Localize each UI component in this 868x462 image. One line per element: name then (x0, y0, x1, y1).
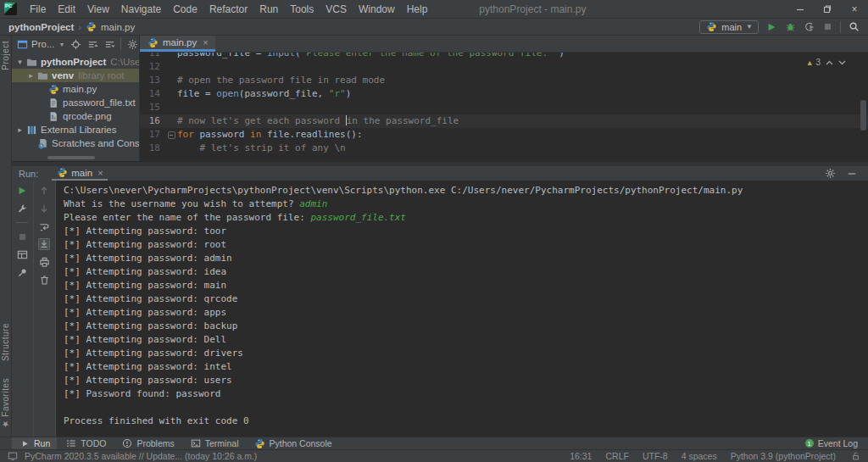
menu-file[interactable]: File (24, 0, 52, 18)
menu-tools[interactable]: Tools (284, 0, 320, 18)
search-icon[interactable] (848, 21, 860, 33)
gear-icon[interactable] (126, 38, 138, 50)
sidebar-item-structure[interactable]: Structure (1, 323, 10, 361)
status-item-4-spaces[interactable]: 4 spaces (682, 451, 717, 461)
pin-icon[interactable] (16, 266, 28, 278)
sidebar-item-project[interactable]: Project (1, 41, 10, 70)
next-warning-icon[interactable] (838, 60, 846, 65)
softwrap-icon[interactable] (38, 220, 50, 232)
toolwindow-tab-terminal[interactable]: Terminal (183, 437, 246, 449)
menu-window[interactable]: Window (353, 0, 401, 18)
menu-edit[interactable]: Edit (52, 0, 81, 18)
line-number: 12 (140, 60, 165, 74)
toolwindow-tab-label: Terminal (205, 438, 239, 448)
chevron-right-icon[interactable]: ▸ (25, 71, 36, 80)
minimize-icon[interactable] (787, 0, 814, 18)
target-icon[interactable] (70, 38, 81, 50)
lock-icon[interactable] (849, 450, 861, 462)
monitor-icon[interactable] (7, 450, 19, 462)
toolwindow-tab-run[interactable]: Run (12, 437, 57, 449)
menu-help[interactable]: Help (401, 0, 434, 18)
stop-icon[interactable] (821, 21, 833, 33)
minus-icon[interactable] (846, 168, 858, 180)
menu-view[interactable]: View (81, 0, 115, 18)
code-line[interactable]: 18 # let's strip it of any \n (140, 142, 868, 155)
winproj-icon[interactable] (16, 38, 28, 50)
scrollend-icon[interactable] (38, 238, 50, 250)
play-icon[interactable] (16, 185, 28, 197)
sidebar-item-favorites[interactable]: ★ Favorites (1, 378, 10, 429)
code-editor[interactable]: 11password_file = input("Please enter th… (140, 53, 868, 161)
inspection-widget[interactable]: ▲ 3 (806, 56, 846, 70)
console-line: [*] Attempting password: users (64, 374, 868, 387)
status-item-crlf[interactable]: CRLF (605, 451, 628, 461)
layout-icon[interactable] (16, 248, 28, 260)
tree-item-pythonproject[interactable]: ▾pythonProjectC:\Users\neve (12, 55, 139, 69)
up-icon[interactable] (38, 185, 50, 197)
tab-close-icon[interactable]: × (203, 37, 208, 47)
status-message[interactable]: PyCharm 2020.3.5 available // Update... … (25, 451, 257, 461)
wrench-icon[interactable] (16, 203, 28, 214)
tab-main-py[interactable]: main.py × (140, 36, 215, 52)
run-tab-main[interactable]: main × (52, 166, 107, 181)
status-item-utf-8[interactable]: UTF-8 (643, 451, 668, 461)
vertical-scrollbar[interactable] (860, 100, 866, 131)
tree-item-scratches-and-consoles[interactable]: Scratches and Consoles (12, 136, 139, 150)
tree-item-venv[interactable]: ▸venvlibrary root (12, 69, 139, 82)
code-line[interactable]: 13# open the password file in read mode (140, 74, 868, 87)
code-line[interactable]: 17−for password in file.readlines(): (140, 128, 868, 142)
fold-marker-icon[interactable]: − (165, 128, 177, 142)
code-line[interactable]: 16# now let's get each password in the p… (140, 114, 868, 128)
trash-icon[interactable] (38, 274, 50, 286)
bug-icon[interactable] (784, 21, 796, 33)
tool-window-bar: RunTODOProblemsTerminalPython Console 1 … (0, 437, 868, 449)
python-file-icon (705, 21, 717, 33)
toolwindow-tab-python-console[interactable]: Python Console (247, 437, 338, 449)
tab-close-icon[interactable]: × (97, 168, 103, 178)
coverage-icon[interactable] (803, 21, 815, 33)
print-icon[interactable] (38, 256, 50, 268)
tree-item-suffix: C:\Users\neve (110, 57, 139, 67)
code-line[interactable]: 11password_file = input("Please enter th… (140, 53, 868, 60)
tree-item-qrcode-png[interactable]: qrcode.png (12, 109, 139, 123)
linesup-icon[interactable] (86, 38, 98, 50)
menu-refactor[interactable]: Refactor (203, 0, 253, 18)
tree-item-main-py[interactable]: main.py (12, 82, 139, 96)
code-line[interactable]: 15 (140, 101, 868, 114)
menu-code[interactable]: Code (167, 0, 203, 18)
maximize-icon[interactable] (814, 0, 841, 18)
code-line[interactable]: 14file = open(password_file, "r") (140, 87, 868, 101)
tree-item-password-file-txt[interactable]: password_file.txt (12, 96, 139, 109)
horizontal-scrollbar[interactable] (47, 156, 95, 159)
chevron-down-icon[interactable]: ▾ (14, 58, 25, 66)
tree-item-external-libraries[interactable]: ▸External Libraries (12, 123, 139, 136)
console-line: C:\Users\never\PycharmProjects\pythonPro… (64, 184, 868, 198)
gear-icon[interactable] (824, 168, 836, 180)
run-console[interactable]: C:\Users\never\PycharmProjects\pythonPro… (56, 181, 868, 437)
down-icon[interactable] (38, 203, 50, 214)
status-item-python-3-9-pythonproject-[interactable]: Python 3.9 (pythonProject) (731, 451, 836, 461)
prev-warning-icon[interactable] (826, 60, 833, 65)
event-log-button[interactable]: 1 Event Log (805, 438, 863, 448)
code-line[interactable]: 12 (140, 60, 868, 74)
menu-vcs[interactable]: VCS (320, 0, 353, 18)
file-icon (47, 97, 59, 109)
breadcrumb-project[interactable]: pythonProject (8, 22, 74, 32)
chevron-down-icon[interactable]: ▼ (58, 42, 64, 47)
line-number: 15 (140, 101, 165, 114)
linesdown-icon[interactable] (103, 38, 115, 50)
stopgray-icon[interactable] (16, 231, 28, 242)
play-icon[interactable] (765, 21, 777, 33)
menu-run[interactable]: Run (253, 0, 284, 18)
toolwindow-tab-todo[interactable]: TODO (58, 437, 113, 449)
tree-item-label: password_file.txt (63, 97, 136, 108)
project-panel-title[interactable]: Pro... (31, 39, 54, 49)
run-panel-label: Run: (19, 169, 38, 179)
breadcrumb-file[interactable]: main.py (101, 22, 135, 32)
toolwindow-tab-problems[interactable]: Problems (114, 437, 181, 449)
menu-navigate[interactable]: Navigate (115, 0, 167, 18)
run-configuration-select[interactable]: main ▼ (699, 20, 759, 34)
close-icon[interactable]: × (841, 0, 868, 18)
chevron-right-icon[interactable]: ▸ (14, 125, 25, 134)
status-item-16-31[interactable]: 16:31 (570, 451, 592, 461)
